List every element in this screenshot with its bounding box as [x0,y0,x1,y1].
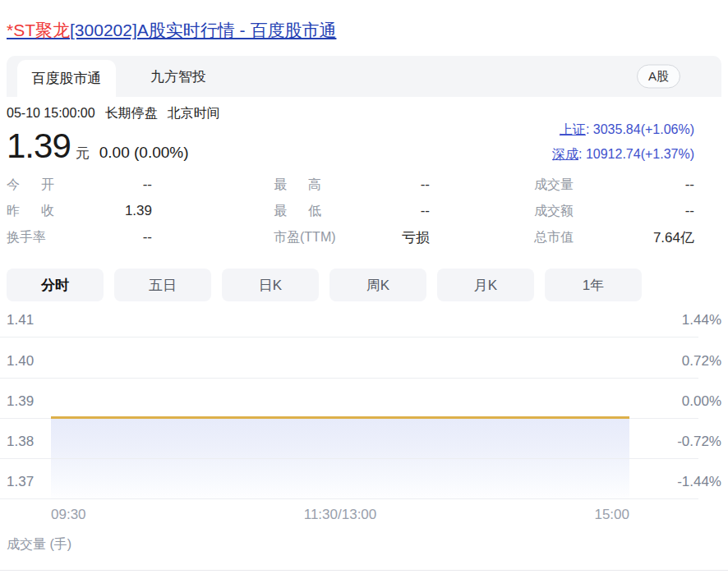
stat-turnover-rate-label: 换手率 [7,229,46,246]
stat-high-label: 最高 [274,177,321,194]
index-row-shanghai: 上证: 3035.84(+1.06%) [552,117,694,142]
index-value-shenzhen: : 10912.74(+1.37%) [578,147,694,161]
price-line [51,416,629,419]
stat-high: 最高 -- [274,172,430,198]
stat-pe-ttm-value: 亏损 [402,228,430,247]
y-tick-right: 0.72% [682,353,721,370]
stat-amount-label: 成交额 [534,203,574,220]
market-indices: 上证: 3035.84(+1.06%) 深成: 10912.74(+1.37%) [552,117,694,167]
index-value-shanghai: : 3035.84(+1.06%) [586,122,694,136]
index-row-shenzhen: 深成: 10912.74(+1.37%) [552,142,694,167]
stat-prev-close-value: 1.39 [125,203,152,219]
price-area-fill [51,419,629,499]
stat-pe-ttm: 市盈(TTM) 亏损 [274,224,430,250]
index-link-shenzhen[interactable]: 深成 [552,147,578,161]
period-tab-weekly-k[interactable]: 周K [329,269,426,301]
x-tick-open: 09:30 [51,507,86,523]
period-tab-daily-k[interactable]: 日K [222,269,319,301]
tab-jiufang-zhitou[interactable]: 九方智投 [129,56,228,97]
stat-turnover-rate-value: -- [143,229,152,246]
y-tick-right: 1.44% [682,312,721,328]
stat-turnover-rate: 换手率 -- [7,224,152,250]
stock-name: *ST聚龙 [7,21,70,39]
y-tick-left: 1.37 [7,474,34,490]
page-title-suffix: [300202]A股实时行情 - 百度股市通 [70,21,336,39]
stat-amount: 成交额 -- [534,198,694,224]
gridline [0,458,698,459]
stat-market-cap-label: 总市值 [534,229,574,246]
index-link-shanghai[interactable]: 上证 [560,122,586,136]
stat-market-cap: 总市值 7.64亿 [534,224,694,250]
timezone-label: 北京时间 [168,106,220,120]
price-unit: 元 [76,144,90,163]
x-tick-close: 15:00 [594,507,629,523]
stat-low-label: 最低 [274,203,321,220]
stats-column-3: 成交量 -- 成交额 -- 总市值 7.64亿 [534,172,694,250]
section-divider [0,570,728,571]
gridline [0,498,698,499]
stat-amount-value: -- [685,203,694,219]
current-price: 1.39 [7,129,71,163]
tab-baidu-gushitong[interactable]: 百度股市通 [17,60,116,97]
period-tab-5day[interactable]: 五日 [114,269,211,301]
y-tick-left: 1.40 [7,353,34,370]
stat-open: 今开 -- [7,172,152,198]
y-tick-left: 1.39 [7,393,34,410]
period-tab-intraday[interactable]: 分时 [7,269,104,301]
stat-open-value: -- [143,177,152,193]
x-tick-midday: 11:30/13:00 [304,507,377,523]
stat-low: 最低 -- [274,198,430,224]
stat-low-value: -- [421,203,430,219]
y-tick-right: -0.72% [677,434,721,450]
y-tick-right: -1.44% [677,474,721,490]
stats-column-2: 最高 -- 最低 -- 市盈(TTM) 亏损 [274,172,430,250]
stat-volume-label: 成交量 [534,177,574,194]
stat-pe-ttm-label: 市盈(TTM) [274,229,336,246]
volume-section-label: 成交量 (手) [0,536,728,553]
source-tabbar: 百度股市通 九方智投 A股 [7,56,721,97]
period-tab-1year[interactable]: 1年 [545,269,642,301]
stat-prev-close-label: 昨收 [7,203,54,220]
period-tabbar: 分时 五日 日K 周K 月K 1年 [0,250,728,301]
y-tick-right: 0.00% [682,393,721,410]
x-axis: 09:30 11:30/13:00 15:00 [0,507,728,523]
quote-section: 05-10 15:00:00长期停盘北京时间 1.39 元 0.00 (0.00… [0,97,728,163]
price-change: 0.00 (0.00%) [99,144,189,162]
stat-volume: 成交量 -- [534,172,694,198]
page-header: *ST聚龙[300202]A股实时行情 - 百度股市通 [0,0,728,56]
y-tick-left: 1.41 [7,312,34,328]
stats-column-1: 今开 -- 昨收 1.39 换手率 -- [7,172,152,250]
market-badge[interactable]: A股 [637,65,680,89]
price-chart[interactable]: 1.41 1.40 1.39 1.38 1.37 1.44% 0.72% 0.0… [0,307,728,500]
stat-high-value: -- [421,177,430,193]
stat-volume-value: -- [685,177,694,193]
y-tick-left: 1.38 [7,434,34,450]
period-tab-monthly-k[interactable]: 月K [437,269,534,301]
gridline [0,337,698,338]
page-title-link[interactable]: *ST聚龙[300202]A股实时行情 - 百度股市通 [7,21,336,39]
stat-market-cap-value: 7.64亿 [653,228,694,247]
quote-time: 05-10 15:00:00 [7,106,95,120]
stats-grid: 今开 -- 昨收 1.39 换手率 -- 最高 -- 最低 -- 市盈(TTM)… [0,163,728,250]
gridline [0,378,698,379]
stat-open-label: 今开 [7,177,54,194]
trading-status: 长期停盘 [105,106,158,120]
stat-prev-close: 昨收 1.39 [7,198,152,224]
